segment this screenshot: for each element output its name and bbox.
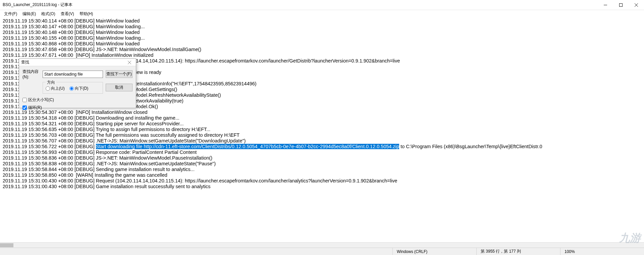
- log-line: 2019.11.19 15:30:54.321 +08:00 [DEBUG] S…: [3, 121, 641, 127]
- menubar: 文件(F) 编辑(E) 格式(O) 查看(V) 帮助(H): [0, 10, 644, 17]
- log-line: 2019.11.19 15:30:58.838 +08:00 [DEBUG] .…: [3, 161, 641, 167]
- scroll-thumb[interactable]: [0, 243, 13, 247]
- minimize-button[interactable]: [598, 0, 613, 10]
- find-close-button[interactable]: [125, 59, 134, 66]
- menu-format[interactable]: 格式(O): [39, 10, 58, 17]
- status-position: 第 3955 行，第 177 列: [476, 248, 560, 255]
- direction-up[interactable]: 向上(U): [46, 86, 65, 91]
- log-line: 2019.11.19 15:30:58.850 +08:00 [WARN] In…: [3, 172, 641, 178]
- horizontal-scrollbar[interactable]: [0, 242, 644, 248]
- log-line: 2019.11.19 15:30:40.868 +08:00 [DEBUG] M…: [3, 41, 641, 47]
- menu-help[interactable]: 帮助(H): [77, 10, 96, 17]
- window-controls: [598, 0, 644, 10]
- direction-group: 方向 向上(U) 向下(D): [43, 82, 103, 94]
- text-area[interactable]: 2019.11.19 15:30:40.114 +08:00 [DEBUG] M…: [0, 17, 644, 242]
- find-label: 查找内容(N):: [22, 69, 40, 79]
- log-line: 2019.11.19 15:30:56.635 +08:00 [DEBUG] T…: [3, 127, 641, 132]
- log-line: 2019.11.19 15:30:40.114 +08:00 [DEBUG] M…: [3, 18, 641, 24]
- statusbar: Windows (CRLF) 第 3955 行，第 177 列 100%: [0, 248, 644, 255]
- log-line: 2019.11.19 15:30:58.844 +08:00 [DEBUG] S…: [3, 167, 641, 172]
- window-title: BSG_Launcher_20191119.log - 记事本: [3, 2, 598, 8]
- log-line: 2019.11.19 15:31:00.430 +08:00 [DEBUG] G…: [3, 184, 641, 189]
- log-line: 2019.11.19 15:30:47.671 +08:00 [INFO] In…: [3, 52, 641, 58]
- find-dialog: 查找 查找内容(N): 查找下一个(F) 方向 向上(U) 向下(D) 取消 区…: [19, 58, 136, 108]
- log-line: 2019.11.19 15:30:47.658 +08:00 [DEBUG] J…: [3, 47, 641, 52]
- svg-rect-1: [620, 3, 623, 6]
- log-line: 2019.11.19 15:30:54.318 +08:00 [DEBUG] D…: [3, 115, 641, 121]
- status-zoom: 100%: [560, 248, 644, 255]
- log-line: 2019.11.19 15:30:40.155 +08:00 [DEBUG] M…: [3, 35, 641, 41]
- log-line: 2019.11.19 15:30:56.707 +08:00 [DEBUG] .…: [3, 138, 641, 144]
- log-line: 2019.11.19 15:30:40.148 +08:00 [DEBUG] M…: [3, 30, 641, 35]
- menu-file[interactable]: 文件(F): [1, 10, 20, 17]
- find-next-button[interactable]: 查找下一个(F): [106, 70, 132, 78]
- menu-view[interactable]: 查看(V): [58, 10, 77, 17]
- find-cancel-button[interactable]: 取消: [106, 84, 132, 91]
- direction-legend: 方向: [46, 80, 56, 85]
- find-title-text: 查找: [21, 59, 125, 65]
- menu-edit[interactable]: 编辑(E): [20, 10, 39, 17]
- direction-down[interactable]: 向下(D): [69, 86, 89, 91]
- find-titlebar: 查找: [19, 59, 136, 66]
- log-line: 2019.11.19 15:30:56.993 +08:00 [DEBUG] R…: [3, 150, 641, 155]
- maximize-button[interactable]: [613, 0, 629, 10]
- close-button[interactable]: [629, 0, 644, 10]
- match-case-checkbox[interactable]: 区分大小写(C): [22, 97, 103, 103]
- find-input[interactable]: [43, 71, 103, 78]
- log-line: 2019.11.19 15:30:56.703 +08:00 [DEBUG] T…: [3, 132, 641, 138]
- status-encoding: Windows (CRLF): [392, 248, 476, 255]
- log-line: 2019.11.19 15:30:40.147 +08:00 [DEBUG] M…: [3, 24, 641, 30]
- wrap-checkbox[interactable]: 循环(R): [22, 105, 103, 111]
- log-line: 2019.11.19 15:31:00.430 +08:00 [DEBUG] R…: [3, 178, 641, 184]
- log-line: 2019.11.19 15:30:58.836 +08:00 [DEBUG] J…: [3, 155, 641, 161]
- search-match: Start downloading file http://cdn-11.eft…: [96, 144, 399, 149]
- titlebar: BSG_Launcher_20191119.log - 记事本: [0, 0, 644, 10]
- log-line-highlighted: 2019.11.19 15:30:56.722 +08:00 [DEBUG] S…: [3, 144, 641, 150]
